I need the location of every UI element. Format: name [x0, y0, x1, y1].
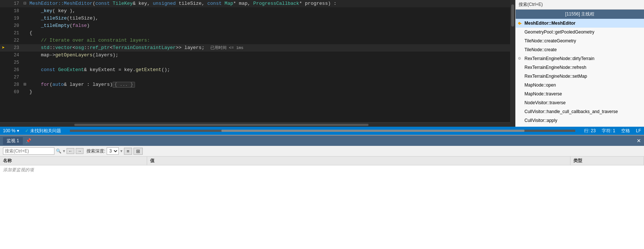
code-line: 69}	[0, 88, 510, 96]
filter-button[interactable]: ≡	[124, 148, 132, 155]
code-line: 18 _key( key ),	[0, 7, 510, 15]
collapse-indicator[interactable]	[22, 74, 28, 81]
code-line: 26 const GeoExtent& keyExtent = key.getE…	[0, 66, 510, 74]
line-content: for(auto& layer : layers){ ... }	[28, 81, 510, 88]
arrow-indicator	[0, 37, 7, 44]
grid-button[interactable]: ⊞	[134, 148, 143, 155]
search-label: 搜索(Ctrl+E)	[519, 2, 543, 7]
line-content	[28, 59, 510, 66]
code-line: 28⊞ for(auto& layer : layers){ ... }	[0, 81, 510, 88]
horizontal-scrollbar[interactable]	[0, 122, 510, 127]
collapse-indicator[interactable]	[22, 29, 28, 37]
arrow-indicator	[0, 15, 7, 22]
call-stack-item[interactable]: ◆MeshEditor::MeshEditor	[516, 19, 644, 28]
line-content: const GeoExtent& keyExtent = key.getExte…	[28, 66, 510, 74]
call-stack-item[interactable]: Group::accept	[516, 125, 644, 127]
collapse-indicator[interactable]	[22, 22, 28, 29]
line-content: map->getOpenLayers(layers);	[28, 52, 510, 59]
call-stack-item[interactable]: RexTerrainEngineNode::setMap	[516, 72, 644, 81]
code-line: 19 _tileSize(tileSize),	[0, 15, 510, 22]
line-number: 23	[7, 44, 22, 52]
zoom-level[interactable]: 100 % ▾	[3, 128, 19, 133]
call-stack-item[interactable]: CullVisitor::apply	[516, 116, 644, 125]
collapse-indicator[interactable]	[22, 44, 28, 52]
editor-vertical-scrollbar[interactable]	[510, 0, 515, 127]
code-lines: 17⊟MeshEditor::MeshEditor(const TileKey&…	[0, 0, 510, 96]
collapse-indicator[interactable]	[22, 59, 28, 66]
call-stack-item[interactable]: TileNode::createGeometry	[516, 36, 644, 45]
no-issues: ✓ 未找到相关问题	[25, 128, 61, 134]
watch-table: 名称 值 类型 添加要监视的项	[0, 157, 644, 249]
bottom-panel-titlebar: 监视 1 📌 ✕	[0, 136, 644, 146]
col-value-header: 值	[147, 157, 570, 165]
call-stack-item[interactable]: CullVisitor::handle_cull_callbacks_and_t…	[516, 107, 644, 116]
call-stack-item[interactable]: MapNode::traverse	[516, 90, 644, 98]
code-line: 20 _tileEmpty(false)	[0, 22, 510, 29]
scroll-indicator[interactable]	[70, 130, 575, 132]
collapse-indicator[interactable]	[22, 52, 28, 59]
call-stack-item-label: GeometryPool::getPooledGeometry	[524, 29, 594, 35]
pin-button[interactable]: 📌	[26, 138, 31, 143]
bottom-panel: 监视 1 📌 ✕ 🔍 ▾ ← → 搜索深度: 3 1 2 4 5 ▾ ≡ ⊞ 名…	[0, 135, 644, 249]
watch-search-input[interactable]	[3, 147, 54, 155]
search-icon[interactable]: 🔍	[56, 148, 61, 154]
line-number: 27	[7, 74, 22, 81]
arrow-indicator	[0, 52, 7, 59]
collapse-indicator[interactable]	[22, 66, 28, 74]
collapse-indicator[interactable]	[22, 15, 28, 22]
call-stack-item-label: TileNode::createGeometry	[524, 38, 576, 43]
line-number: 17	[7, 0, 22, 7]
forward-button[interactable]: →	[76, 148, 83, 154]
call-stack-item-label: RexTerrainEngineNode::setMap	[524, 74, 587, 79]
collapse-indicator[interactable]: ⊟	[22, 0, 28, 7]
depth-dropdown-icon[interactable]: ▾	[120, 148, 122, 154]
collapse-indicator[interactable]: ⊞	[22, 81, 28, 88]
call-stack-header: [11556] 主线程	[516, 10, 644, 19]
line-number: 26	[7, 66, 22, 74]
call-stack-item-label: RexTerrainEngineNode::refresh	[524, 65, 586, 70]
cursor-char: 字符: 1	[602, 128, 615, 134]
line-number: 28	[7, 81, 22, 88]
dropdown-icon[interactable]: ▾	[63, 148, 65, 154]
watch-tab[interactable]: 监视 1	[3, 137, 23, 145]
back-button[interactable]: ←	[67, 148, 74, 154]
diamond-icon: ◆	[518, 20, 521, 27]
line-content	[28, 74, 510, 81]
collapse-indicator[interactable]	[22, 7, 28, 15]
call-stack-item-label: CullVisitor::apply	[524, 118, 557, 123]
status-bar: 100 % ▾ ✓ 未找到相关问题 行: 23 字符: 1 空格 LF	[0, 127, 644, 135]
call-stack-item[interactable]: TileNode::create	[516, 45, 644, 54]
arrow-indicator	[0, 7, 7, 15]
code-editor: 17⊟MeshEditor::MeshEditor(const TileKey&…	[0, 0, 510, 127]
line-number: 21	[7, 29, 22, 37]
call-stack-panel: 搜索(Ctrl+E) [11556] 主线程 ◆MeshEditor::Mesh…	[515, 0, 644, 127]
code-line: 24 map->getOpenLayers(layers);	[0, 52, 510, 59]
line-number: 24	[7, 52, 22, 59]
add-watch-item[interactable]: 添加要监视的项	[0, 165, 644, 175]
collapse-indicator[interactable]	[22, 37, 28, 44]
call-stack-item-label: CullVisitor::handle_cull_callbacks_and_t…	[524, 109, 618, 114]
call-stack-item[interactable]: RexTerrainEngineNode::refresh	[516, 63, 644, 72]
code-line: 22 // Iterate over all constraint layers…	[0, 37, 510, 44]
watch-table-header: 名称 值 类型	[0, 157, 644, 165]
call-stack-item[interactable]: GeometryPool::getPooledGeometry	[516, 28, 644, 36]
call-stack-item[interactable]: ⚙RexTerrainEngineNode::dirtyTerrain	[516, 54, 644, 63]
call-stack-list[interactable]: ◆MeshEditor::MeshEditorGeometryPool::get…	[516, 19, 644, 127]
call-stack-item[interactable]: NodeVisitor::traverse	[516, 98, 644, 107]
depth-label: 搜索深度:	[86, 148, 105, 154]
arrow-indicator: ➤	[0, 44, 7, 52]
col-type-header: 类型	[570, 157, 644, 165]
line-content: _tileEmpty(false)	[28, 22, 510, 29]
arrow-indicator	[0, 22, 7, 29]
line-content: }	[28, 88, 510, 96]
indent-type: 空格	[621, 128, 630, 134]
collapse-indicator[interactable]	[22, 88, 28, 96]
right-panel-search: 搜索(Ctrl+E)	[516, 0, 644, 10]
call-stack-item[interactable]: MapNode::open	[516, 81, 644, 90]
arrow-indicator	[0, 66, 7, 74]
line-content: MeshEditor::MeshEditor(const TileKey& ke…	[28, 0, 510, 7]
depth-select[interactable]: 3 1 2 4 5	[107, 147, 119, 155]
arrow-indicator	[0, 81, 7, 88]
call-stack-item-label: MapNode::traverse	[524, 91, 562, 97]
close-panel-button[interactable]: ✕	[637, 138, 641, 144]
